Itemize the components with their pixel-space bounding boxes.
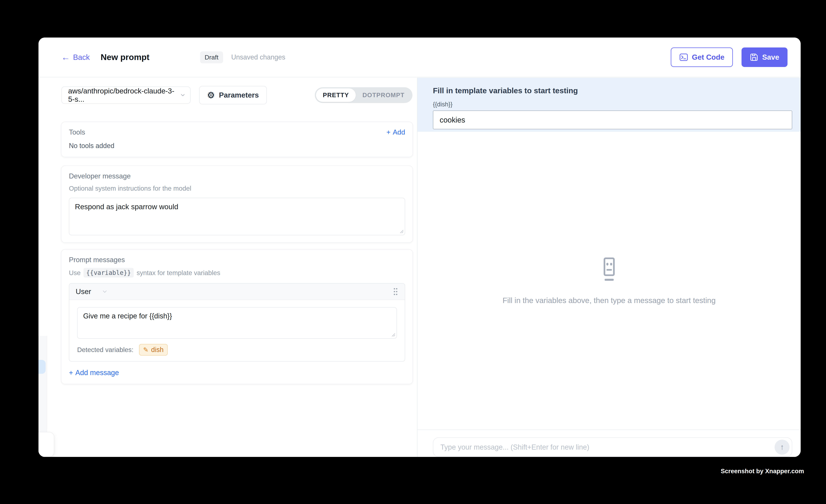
variable-chip-dish[interactable]: ✎ dish xyxy=(139,344,168,356)
robot-face-icon xyxy=(599,256,619,284)
view-mode-toggle: PRETTY DOTPROMPT xyxy=(315,87,412,103)
toggle-dotprompt[interactable]: DOTPROMPT xyxy=(356,88,411,102)
tools-card: Tools + Add No tools added xyxy=(61,122,413,157)
add-tool-label: Add xyxy=(393,128,405,136)
chevron-down-icon xyxy=(180,92,185,98)
send-message-button[interactable]: ↑ xyxy=(775,440,789,455)
variable-syntax-chip: {{variable}} xyxy=(83,268,133,277)
save-button[interactable]: Save xyxy=(742,48,787,67)
prompt-editor-panel: aws/anthropic/bedrock-claude-3-5-s... ⚙ … xyxy=(39,78,417,457)
back-label: Back xyxy=(73,53,90,62)
parameters-button[interactable]: ⚙ Parameters xyxy=(199,86,267,104)
prompt-messages-title: Prompt messages xyxy=(69,256,405,264)
chevron-down-icon xyxy=(102,289,108,295)
variable-chip-label: dish xyxy=(151,346,164,354)
arrow-up-icon: ↑ xyxy=(780,443,784,452)
hint-prefix: Use xyxy=(69,269,80,276)
message-body: Give me a recipe for {{dish}} Detected v… xyxy=(69,300,405,361)
left-edge-active-item xyxy=(39,360,46,374)
role-select[interactable]: User xyxy=(76,288,108,296)
add-tool-button[interactable]: + Add xyxy=(387,128,405,136)
model-select-value: aws/anthropic/bedrock-claude-3-5-s... xyxy=(68,87,180,104)
hint-suffix: syntax for template variables xyxy=(137,269,220,276)
detected-variables-row: Detected variables: ✎ dish xyxy=(77,344,397,356)
chat-empty-state: Fill in the variables above, then type a… xyxy=(417,132,801,430)
get-code-label: Get Code xyxy=(692,53,724,61)
pencil-icon: ✎ xyxy=(143,346,149,354)
plus-icon: + xyxy=(69,369,73,377)
draft-status-badge: Draft xyxy=(200,51,223,63)
chat-message-input[interactable] xyxy=(433,438,792,456)
add-message-button[interactable]: + Add message xyxy=(69,369,405,377)
screenshot-stage: ← Back New prompt Draft Unsaved changes … xyxy=(0,0,826,504)
template-variables-header: Fill in template variables to start test… xyxy=(417,78,801,132)
role-select-value: User xyxy=(76,288,91,296)
prompt-messages-card: Prompt messages Use {{variable}} syntax … xyxy=(61,249,413,384)
message-block: User xyxy=(69,283,405,362)
developer-message-subtitle: Optional system instructions for the mod… xyxy=(69,185,405,192)
chat-empty-text: Fill in the variables above, then type a… xyxy=(503,296,716,305)
dish-variable-input[interactable] xyxy=(433,111,792,129)
left-edge-popover xyxy=(39,432,54,457)
detected-variables-label: Detected variables: xyxy=(77,346,133,354)
watermark-text: Screenshot by Xnapper.com xyxy=(721,467,804,475)
message-header: User xyxy=(69,284,405,300)
template-hint: Use {{variable}} syntax for template var… xyxy=(69,268,405,277)
chat-input-wrap: ↑ xyxy=(433,437,792,457)
chat-input-row: ↑ xyxy=(417,430,801,457)
drag-handle-icon[interactable] xyxy=(393,287,398,296)
parameters-label: Parameters xyxy=(219,91,259,99)
developer-message-title: Developer message xyxy=(69,172,405,180)
back-button[interactable]: ← Back xyxy=(61,53,90,62)
developer-message-card: Developer message Optional system instru… xyxy=(61,166,413,243)
developer-message-textarea[interactable]: Respond as jack sparrow would xyxy=(69,198,405,235)
test-panel: Fill in template variables to start test… xyxy=(417,78,801,457)
dish-variable-label: {{dish}} xyxy=(433,101,792,108)
toggle-pretty[interactable]: PRETTY xyxy=(316,88,356,102)
save-label: Save xyxy=(762,53,779,61)
terminal-icon xyxy=(679,53,688,62)
editor-toolbar: aws/anthropic/bedrock-claude-3-5-s... ⚙ … xyxy=(39,78,417,104)
page-title: New prompt xyxy=(101,52,150,62)
tools-title: Tools xyxy=(69,128,85,136)
main-area: aws/anthropic/bedrock-claude-3-5-s... ⚙ … xyxy=(39,78,801,457)
message-textarea[interactable]: Give me a recipe for {{dish}} xyxy=(77,307,397,339)
app-window: ← Back New prompt Draft Unsaved changes … xyxy=(39,38,801,457)
model-select[interactable]: aws/anthropic/bedrock-claude-3-5-s... xyxy=(61,86,190,104)
unsaved-changes-label: Unsaved changes xyxy=(231,53,285,61)
gear-icon: ⚙ xyxy=(207,91,215,100)
get-code-button[interactable]: Get Code xyxy=(671,48,733,67)
save-icon xyxy=(750,53,758,62)
plus-icon: + xyxy=(387,128,391,136)
tools-empty-text: No tools added xyxy=(69,142,405,150)
add-message-label: Add message xyxy=(75,369,119,377)
back-arrow-icon: ← xyxy=(61,53,70,62)
app-header: ← Back New prompt Draft Unsaved changes … xyxy=(39,38,801,77)
variables-heading: Fill in template variables to start test… xyxy=(433,86,792,95)
